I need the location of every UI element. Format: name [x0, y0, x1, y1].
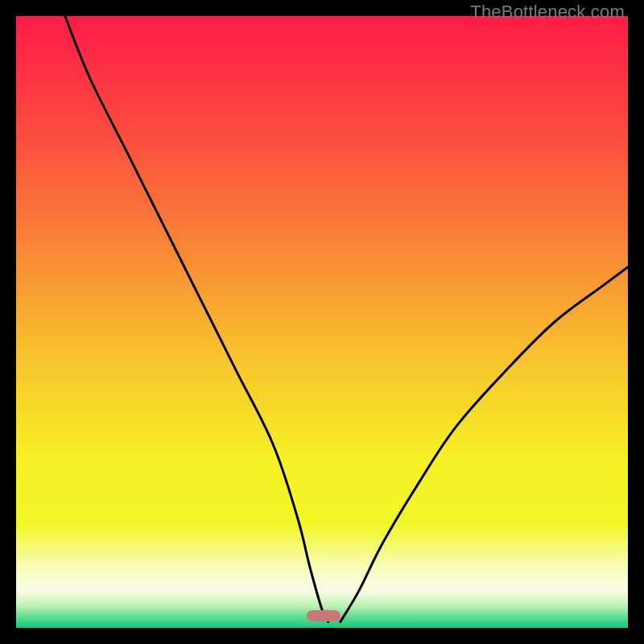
svg-rect-0 — [16, 16, 628, 628]
optimal-marker — [307, 610, 341, 621]
plot-area — [16, 16, 628, 628]
watermark-text: TheBottleneck.com — [470, 2, 625, 23]
chart-frame: TheBottleneck.com — [0, 0, 644, 644]
background-gradient — [16, 16, 628, 628]
